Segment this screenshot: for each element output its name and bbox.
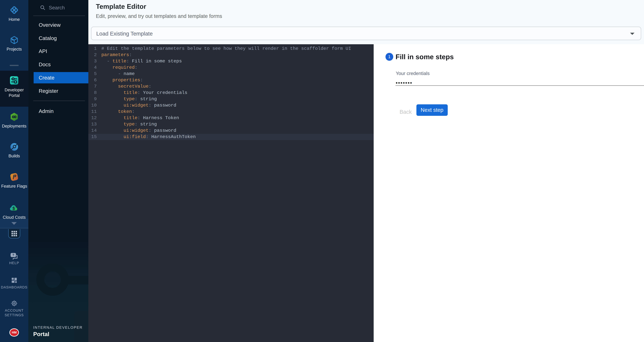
sidebar-item-create[interactable]: Create [34,72,88,83]
line-number: 5 [88,71,97,77]
rail-item-label: Projects [0,46,28,52]
credentials-field-label: Your credentials [396,71,430,76]
rail-item-cloud-costs[interactable]: $ Cloud Costs [0,203,28,220]
home-icon [9,5,19,15]
caret-down-icon [630,33,634,35]
rail-item-feature-flags[interactable]: Feature Flags [0,172,28,189]
code-text: - title: Fill in some steps [101,58,182,64]
code-line[interactable]: 2parameters: [88,52,374,58]
code-line[interactable]: 13 type: string [88,121,374,127]
back-button[interactable]: Back [396,106,415,118]
rail-item-label: Builds [0,153,28,158]
rail-item-account-settings[interactable]: ACCOUNT SETTINGS [0,300,28,317]
code-line[interactable]: 14 ui:widget: password [88,127,374,134]
search-input[interactable]: Search [28,0,88,15]
code-text: type: string [101,96,157,102]
code-text: ui:field: HarnessAuthToken [101,134,196,140]
line-number: 3 [88,58,97,64]
line-number: 2 [88,52,97,58]
code-line[interactable]: 3 - title: Fill in some steps [88,58,374,64]
code-line[interactable]: 1# Edit the template parameters below to… [88,45,374,52]
line-number: 9 [88,96,97,102]
input-underline [396,85,644,86]
rail-item-label: Developer [0,87,28,92]
nav-rail: Home Projects [0,0,28,342]
help-icon: ? [10,253,19,260]
code-text: required: [101,64,138,71]
line-number: 10 [88,102,97,109]
developer-portal-icon [9,75,20,86]
rail-item-dashboards[interactable]: DASHBOARDS [0,277,28,290]
line-number: 15 [88,134,97,140]
code-text: - name [101,71,135,77]
rail-item-deployments[interactable]: Deployments [0,112,28,129]
dropdown-label: Load Existing Template [96,31,153,37]
line-number: 4 [88,64,97,71]
search-placeholder: Search [49,5,65,10]
code-text: properties: [101,77,143,83]
code-text: # Edit the template parameters below to … [101,45,351,52]
code-line[interactable]: 15 ui:field: HarnessAuthToken [88,134,374,140]
projects-icon [10,35,19,45]
code-text: secretValue: [101,83,151,90]
credentials-password-input[interactable]: ••••••• [396,80,412,86]
rail-item-projects[interactable]: Projects [0,35,28,52]
line-number: 13 [88,121,97,127]
rail-item-builds[interactable]: Builds [0,142,28,158]
sidebar-item-docs[interactable]: Docs [28,59,88,70]
grid-icon [11,230,18,237]
sidebar-item-register[interactable]: Register [28,85,88,97]
sidebar-divider [33,101,85,101]
sidebar-item-admin[interactable]: Admin [28,105,88,117]
code-line[interactable]: 7 secretValue: [88,83,374,90]
line-number: 6 [88,77,97,83]
module-picker-button[interactable] [8,229,20,238]
page-subtitle: Edit, preview, and try out templates and… [96,13,222,19]
user-avatar[interactable]: HM [10,328,19,337]
rail-item-label: DASHBOARDS [0,285,28,290]
code-line[interactable]: 11 token: [88,109,374,115]
rail-item-label: SETTINGS [0,313,28,317]
code-text: ui:widget: password [101,127,176,134]
code-line[interactable]: 5 - name [88,71,374,77]
step-title: Fill in some steps [396,53,454,61]
rail-item-help[interactable]: ? HELP [0,253,28,265]
line-number: 11 [88,109,97,115]
dashboards-icon [10,277,18,284]
rail-item-home[interactable]: Home [0,5,28,22]
feature-flags-icon [9,172,19,182]
code-line[interactable]: 4 required: [88,64,374,71]
step-number-badge: 1 [386,53,393,61]
load-template-dropdown[interactable]: Load Existing Template [91,27,641,40]
decorative-ring [36,263,69,296]
app-root: Search Overview Catalog API Docs Create … [0,0,644,342]
sidebar-divider [33,15,85,16]
rail-item-label: Portal [0,93,28,98]
sidebar-footer: INTERNAL DEVELOPER Portal [33,326,82,337]
sidebar-item-api[interactable]: API [28,45,88,57]
yaml-code-editor[interactable]: 1# Edit the template parameters below to… [88,44,374,342]
code-line[interactable]: 10 ui:widget: password [88,102,374,109]
code-line[interactable]: 9 type: string [88,96,374,102]
sidebar-item-overview[interactable]: Overview [28,19,88,31]
line-number: 1 [88,45,97,52]
builds-icon [10,142,19,152]
code-line[interactable]: 6 properties: [88,77,374,83]
svg-text:?: ? [12,253,14,257]
deployments-icon [9,112,19,122]
rail-item-label: Feature Flags [0,184,28,189]
code-line[interactable]: 8 title: Your credentials [88,90,374,96]
rail-item-label: ACCOUNT [0,309,28,313]
sidebar-footer-kicker: INTERNAL DEVELOPER [33,326,82,330]
code-text: title: Your credentials [101,90,188,96]
rail-item-label: HELP [0,261,28,265]
line-number: 12 [88,115,97,121]
next-step-button[interactable]: Next step [416,104,448,116]
decorative-bar [66,276,88,285]
code-text: title: Harness Token [101,115,179,121]
rail-item-developer-portal[interactable]: Developer Portal [0,75,28,98]
code-line[interactable]: 12 title: Harness Token [88,115,374,121]
code-text: token: [101,109,135,115]
line-number: 14 [88,127,97,134]
sidebar-item-catalog[interactable]: Catalog [28,32,88,44]
